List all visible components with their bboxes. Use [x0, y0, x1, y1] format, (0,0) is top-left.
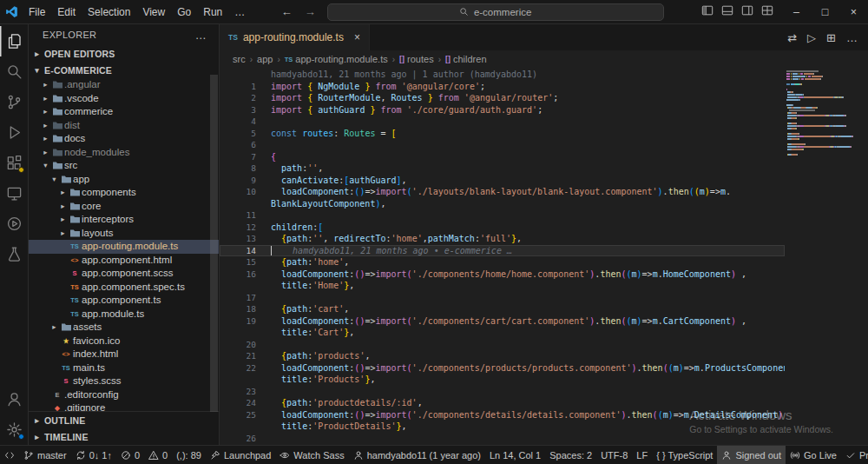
line-number[interactable]: 5 [220, 128, 256, 140]
line-number[interactable] [220, 69, 256, 81]
tree-folder-node_modules[interactable]: ▸node_modules [29, 146, 219, 160]
line-number[interactable] [220, 198, 256, 210]
run-debug-icon[interactable] [0, 117, 29, 148]
tree-file-.editorconfig[interactable]: E.editorconfig [29, 388, 219, 402]
sidebar-scrollbar[interactable] [210, 75, 218, 412]
run-file-icon[interactable]: ▷ [807, 31, 816, 44]
line-number[interactable]: 20 [220, 339, 256, 351]
tree-folder-commerice[interactable]: ▸commerice [29, 105, 219, 119]
line-number[interactable]: 13 [220, 233, 256, 245]
breadcrumb-item-src[interactable]: src [233, 54, 246, 64]
code-line-21[interactable]: 21 {path:'products', [220, 350, 785, 362]
tab-app-routing.module.ts[interactable]: TSapp-routing.module.ts× [220, 24, 370, 50]
launchpad[interactable]: Launchpad [206, 446, 275, 464]
breadcrumb-item-app-routing.module.ts[interactable]: TSapp-routing.module.ts [285, 54, 388, 64]
code-line-24[interactable]: 24 {path:'productdetails/:id', [220, 397, 785, 409]
code-line-wrap[interactable]: title:'ProductDetails'}, [220, 421, 785, 433]
source-control-icon[interactable] [0, 87, 29, 117]
git-blame[interactable]: hamdyabdo11 (1 year ago) [349, 446, 485, 464]
tree-folder-app[interactable]: ▾app [29, 173, 219, 187]
git-sync[interactable]: 0↓ 1↑ [71, 446, 116, 464]
code-line-wrap[interactable]: title:'Products'}, [220, 374, 785, 386]
code-line-wrap[interactable]: BlankLayoutComponent), [220, 198, 785, 210]
timeline-section[interactable]: ▸ TIMELINE [29, 428, 219, 445]
line-number[interactable]: 1 [220, 81, 256, 93]
forward-button[interactable]: → [299, 5, 322, 18]
line-number[interactable]: 17 [220, 292, 256, 304]
indentation[interactable]: Spaces: 2 [545, 446, 596, 464]
language-mode[interactable]: { } TypeScript [652, 446, 717, 464]
git-branch[interactable]: master [19, 446, 71, 464]
line-number[interactable]: 22 [220, 362, 256, 375]
code-line-13[interactable]: 13 {path:'', redirectTo:'home',pathMatch… [220, 233, 785, 245]
code-editor[interactable]: hamdyabdo11, 21 months ago | 1 author (h… [220, 69, 785, 445]
code-line-25[interactable]: 25 loadComponent:()=>import('./component… [220, 409, 785, 421]
tree-file-app.module.ts[interactable]: TSapp.module.ts [29, 308, 219, 321]
customize-layout-icon[interactable] [761, 4, 773, 19]
watch-sass[interactable]: Watch Sass [275, 446, 348, 464]
breadcrumb-item-routes[interactable]: []routes [399, 54, 434, 64]
line-number[interactable]: 7 [220, 151, 256, 163]
line-number[interactable]: 23 [220, 386, 256, 398]
sign-in[interactable]: Signed out [717, 446, 786, 464]
menu-more[interactable]: … [228, 6, 251, 18]
tree-file-app.component.spec.ts[interactable]: TSapp.component.spec.ts [29, 281, 219, 295]
go-live[interactable]: Go Live [786, 446, 841, 464]
line-number[interactable]: 21 [220, 350, 256, 362]
minimize-button[interactable]: – [782, 0, 811, 24]
minimap[interactable] [786, 70, 861, 156]
line-number[interactable] [220, 421, 256, 433]
tree-file-app.component.scss[interactable]: Sapp.component.scss [29, 267, 219, 281]
live-preview-icon[interactable] [0, 209, 29, 239]
errors[interactable]: 0 [116, 446, 144, 464]
line-number[interactable]: 4 [220, 116, 256, 128]
tree-folder-assets[interactable]: ▸assets [29, 321, 219, 335]
breadcrumb-item-children[interactable]: []children [445, 54, 487, 64]
tree-folder-docs[interactable]: ▸docs [29, 132, 219, 146]
code-line-17[interactable]: 17 [220, 292, 785, 304]
tree-folder-.angular[interactable]: ▸.angular [29, 78, 219, 92]
tree-file-app.component.html[interactable]: <>app.component.html [29, 254, 219, 268]
more-actions-icon[interactable]: … [846, 31, 858, 44]
tree-folder-interceptors[interactable]: ▸interceptors [29, 213, 219, 227]
eol[interactable]: LF [632, 446, 652, 464]
line-number[interactable]: 26 [220, 433, 256, 445]
code-line-26[interactable]: 26 [220, 433, 785, 445]
toggle-secondary-sidebar-icon[interactable] [741, 4, 753, 19]
tree-file-app-routing.module.ts[interactable]: TSapp-routing.module.ts [29, 240, 219, 254]
toggle-sidebar-icon[interactable] [701, 4, 713, 19]
outline-section[interactable]: ▸ OUTLINE [29, 412, 219, 428]
remote-indicator[interactable] [0, 446, 19, 464]
line-number[interactable]: 15 [220, 256, 256, 268]
line-number[interactable] [220, 374, 256, 386]
code-line-4[interactable]: 4 [220, 116, 785, 128]
menu-item-selection[interactable]: Selection [82, 6, 136, 18]
code-line-12[interactable]: 12children:[ [220, 222, 785, 234]
command-center-search[interactable]: e-commerice [327, 3, 664, 21]
code-line-2[interactable]: 2import { RouterModule, Routes } from '@… [220, 92, 785, 104]
accounts-icon[interactable] [0, 384, 29, 414]
sidebar-more-actions-icon[interactable]: … [195, 29, 207, 42]
line-number[interactable]: 11 [220, 209, 256, 222]
warnings[interactable]: 0 [144, 446, 172, 464]
tree-file-favicon.ico[interactable]: ★favicon.ico [29, 335, 219, 348]
testing-icon[interactable] [0, 239, 29, 269]
code-line-23[interactable]: 23 [220, 386, 785, 398]
line-number[interactable]: 3 [220, 104, 256, 116]
code-line-15[interactable]: 15 {path:'home', [220, 256, 785, 268]
tree-folder-components[interactable]: ▸components [29, 186, 219, 200]
prettier[interactable]: Prettier [841, 446, 868, 464]
code-line-27[interactable]: 27 {path:'brands', [220, 444, 785, 445]
toggle-panel-icon[interactable] [721, 4, 733, 19]
line-number[interactable]: 9 [220, 175, 256, 187]
split-editor-icon[interactable]: ⊞ [826, 31, 836, 44]
line-number[interactable]: 10 [220, 186, 256, 198]
tree-file-main.ts[interactable]: TSmain.ts [29, 361, 219, 375]
menu-item-edit[interactable]: Edit [51, 6, 82, 18]
menu-item-run[interactable]: Run [197, 6, 228, 18]
code-line-22[interactable]: 22 loadComponent:()=>import('./component… [220, 362, 785, 375]
line-number[interactable]: 6 [220, 139, 256, 151]
cursor-position[interactable]: Ln 14, Col 1 [485, 446, 545, 464]
line-number[interactable]: 2 [220, 92, 256, 104]
code-line-10[interactable]: 10 loadComponent:()=>import('./layouts/b… [220, 186, 785, 198]
